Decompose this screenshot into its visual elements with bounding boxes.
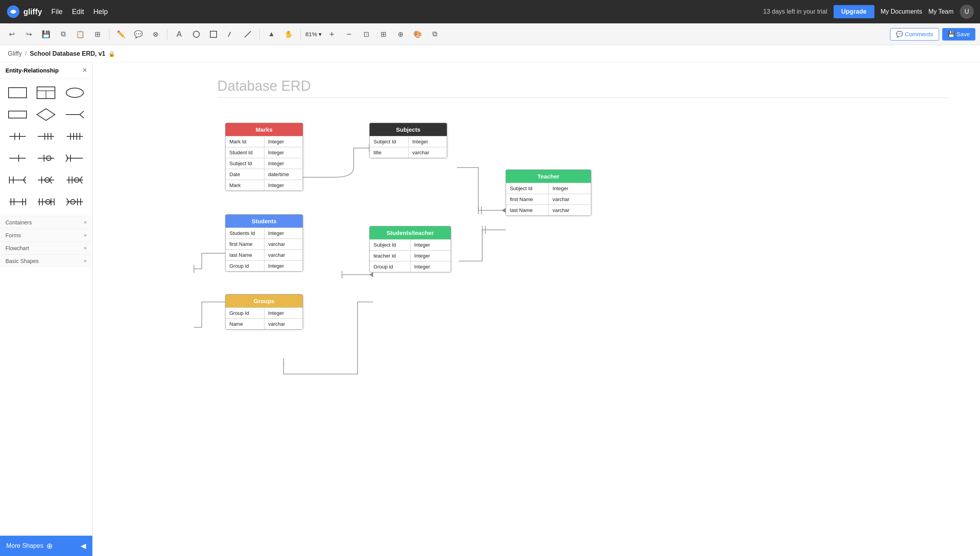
redo-button[interactable]: ↪ xyxy=(22,27,36,41)
shape-erd-7[interactable] xyxy=(5,171,30,189)
file-menu[interactable]: File xyxy=(51,8,63,16)
st-row-1: Subject Id Integer xyxy=(370,239,451,250)
duplicate-button[interactable]: ⊞ xyxy=(90,27,104,41)
breadcrumb-root[interactable]: Gliffy xyxy=(8,50,22,57)
fit-page-button[interactable]: ⊡ xyxy=(359,27,373,41)
layers-button[interactable]: ⧉ xyxy=(428,27,442,41)
svg-rect-9 xyxy=(9,111,26,118)
line-tool[interactable] xyxy=(224,27,238,41)
canvas-title-line xyxy=(217,97,949,98)
text-tool[interactable]: A xyxy=(172,27,186,41)
more-shapes-button[interactable]: More Shapes ⊕ ◀ xyxy=(0,536,92,556)
pointer-tool[interactable]: ▲ xyxy=(264,27,278,41)
top-navigation: gliffy File Edit Help 13 days left in yo… xyxy=(0,0,980,23)
help-menu[interactable]: Help xyxy=(93,8,108,16)
teacher-header: Teacher xyxy=(506,170,591,183)
subjects-table[interactable]: Subjects Subject Id Integer title varcha… xyxy=(369,123,447,158)
toolbar-right: 💬 Comments 💾 Save xyxy=(890,28,975,41)
forms-section[interactable]: Forms × xyxy=(0,229,92,242)
shape-erd-4[interactable] xyxy=(5,149,30,168)
subjects-cell-subject-id: Subject Id xyxy=(370,136,409,147)
basic-shapes-close[interactable]: × xyxy=(84,258,87,264)
circle-tool[interactable] xyxy=(189,27,203,41)
marks-table[interactable]: Marks Mark Id Integer Student Id Integer… xyxy=(225,123,303,191)
shape-table[interactable] xyxy=(33,83,59,102)
shape-erd-11[interactable] xyxy=(33,192,59,211)
sidebar-close-button[interactable]: × xyxy=(83,66,87,74)
marks-row-4: Date date/time xyxy=(226,169,303,180)
shape-erd-3[interactable] xyxy=(62,127,88,146)
zoom-dropdown-icon: ▾ xyxy=(319,31,322,38)
comment-tool[interactable]: 💬 xyxy=(131,27,145,41)
marks-row-2: Student Id Integer xyxy=(226,147,303,158)
upgrade-button[interactable]: Upgrade xyxy=(834,5,874,18)
sidebar-title: Entity-Relationship xyxy=(5,67,59,74)
rect-tool[interactable] xyxy=(206,27,220,41)
students-cell-last-name-type: varchar xyxy=(264,250,303,260)
user-avatar[interactable]: U xyxy=(960,5,974,19)
groups-cell-group-id-type: Integer xyxy=(264,308,303,318)
st-row-3: Group id Integer xyxy=(370,261,451,272)
shape-erd-9[interactable] xyxy=(62,171,88,189)
svg-line-3 xyxy=(245,31,251,37)
containers-close[interactable]: × xyxy=(84,219,87,226)
students-teacher-table[interactable]: Students/teacher Subject Id Integer teac… xyxy=(369,226,451,272)
zoom-control[interactable]: 81% ▾ xyxy=(305,31,322,38)
copy-button[interactable]: ⧉ xyxy=(56,27,70,41)
marks-cell-mark: Mark xyxy=(226,180,264,191)
lock-icon[interactable]: 🔒 xyxy=(108,51,115,57)
main-layout: Entity-Relationship × xyxy=(0,62,980,556)
subjects-header: Subjects xyxy=(370,123,447,136)
basic-shapes-section[interactable]: Basic Shapes × xyxy=(0,254,92,267)
canvas[interactable]: Database ERD xyxy=(93,62,980,556)
zoom-out-button[interactable]: − xyxy=(342,27,356,41)
containers-section[interactable]: Containers × xyxy=(0,216,92,229)
flowchart-section[interactable]: Flowchart × xyxy=(0,242,92,254)
teacher-table[interactable]: Teacher Subject Id Integer first Name va… xyxy=(506,169,591,216)
groups-cell-name-type: varchar xyxy=(264,319,303,329)
shape-erd-5[interactable] xyxy=(33,149,59,168)
collapse-sidebar-icon[interactable]: ◀ xyxy=(81,542,86,550)
shape-erd-12[interactable] xyxy=(62,192,88,211)
shape-connector-fork[interactable] xyxy=(62,105,88,124)
flowchart-close[interactable]: × xyxy=(84,245,87,251)
my-team-link[interactable]: My Team xyxy=(928,8,954,15)
zoom-level: 81% xyxy=(305,31,317,37)
connector-tool[interactable] xyxy=(241,27,255,41)
pen-tool[interactable]: ✏️ xyxy=(114,27,128,41)
color-button[interactable]: 🎨 xyxy=(411,27,425,41)
shape-rect-thin[interactable] xyxy=(5,105,30,124)
sidebar-bottom: More Shapes ⊕ ◀ xyxy=(0,535,92,556)
lasso-tool[interactable]: ⊗ xyxy=(148,27,162,41)
st-cell-teacher-id: teacher id xyxy=(370,251,411,261)
svg-line-50 xyxy=(80,180,82,184)
edit-menu[interactable]: Edit xyxy=(72,8,84,16)
breadcrumb-sep: / xyxy=(25,50,26,57)
paste-button[interactable]: 📋 xyxy=(73,27,87,41)
save-button[interactable]: 💾 Save xyxy=(942,28,975,41)
main-nav: File Edit Help xyxy=(51,8,108,16)
shape-ellipse[interactable] xyxy=(62,83,88,102)
shape-erd-8[interactable] xyxy=(33,171,59,189)
undo-button[interactable]: ↩ xyxy=(5,27,19,41)
forms-close[interactable]: × xyxy=(84,232,87,238)
marks-header: Marks xyxy=(226,123,303,136)
st-cell-group-id-type: Integer xyxy=(411,261,451,272)
shape-erd-6[interactable] xyxy=(62,149,88,168)
students-table[interactable]: Students Students Id Integer first Name … xyxy=(225,214,303,272)
logo[interactable]: gliffy xyxy=(6,5,42,19)
actual-size-button[interactable]: ⊞ xyxy=(376,27,390,41)
shape-erd-2[interactable] xyxy=(33,127,59,146)
save-local-button[interactable]: 💾 xyxy=(39,27,53,41)
shape-rectangle[interactable] xyxy=(5,83,30,102)
shape-erd-10[interactable] xyxy=(5,192,30,211)
groups-table[interactable]: Groups Group Id Integer Name varchar xyxy=(225,294,303,330)
shape-diamond[interactable] xyxy=(33,105,59,124)
students-header: Students xyxy=(226,215,303,228)
my-documents-link[interactable]: My Documents xyxy=(881,8,922,15)
comments-button[interactable]: 💬 Comments xyxy=(890,28,939,41)
grid-button[interactable]: ⊕ xyxy=(393,27,407,41)
shape-erd-1[interactable] xyxy=(5,127,30,146)
zoom-in-button[interactable]: + xyxy=(325,27,339,41)
pan-tool[interactable]: ✋ xyxy=(282,27,296,41)
